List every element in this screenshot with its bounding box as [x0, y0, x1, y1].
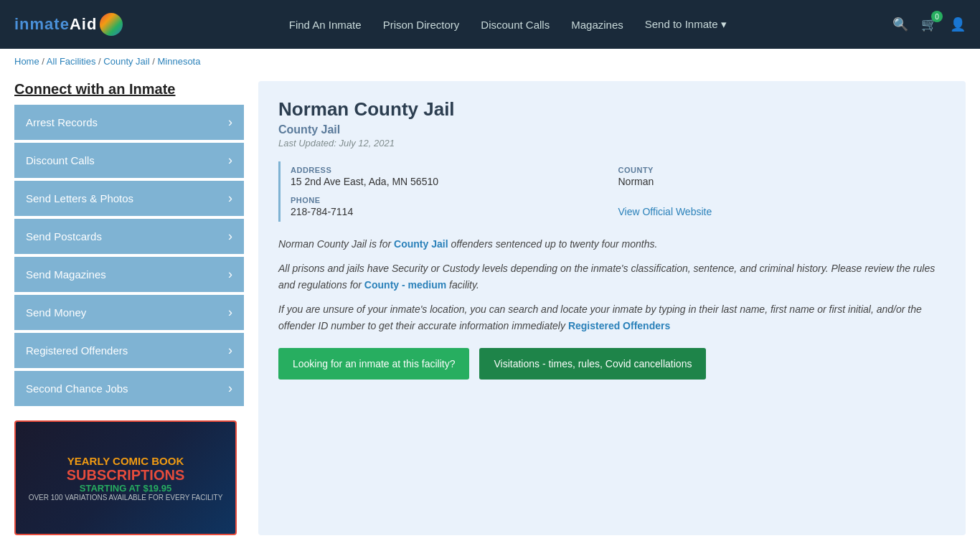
sidebar: Connect with an Inmate Arrest Records › … — [14, 81, 244, 535]
nav-magazines[interactable]: Magazines — [571, 19, 623, 31]
header-actions: 🔍 🛒 0 👤 — [892, 17, 966, 32]
visitations-button[interactable]: Visitations - times, rules, Covid cancel… — [479, 348, 706, 380]
website-cell: View Official Website — [618, 192, 946, 222]
facility-name: Norman County Jail — [278, 98, 946, 121]
sidebar-item-send-money[interactable]: Send Money › — [14, 295, 244, 330]
breadcrumb-all-facilities[interactable]: All Facilities — [47, 56, 96, 67]
search-icon[interactable]: 🔍 — [892, 17, 908, 32]
sidebar-item-label: Arrest Records — [26, 116, 98, 128]
nav-find-inmate[interactable]: Find An Inmate — [289, 19, 362, 31]
ad-note: OVER 100 VARIATIONS AVAILABLE FOR EVERY … — [29, 494, 223, 501]
ad-price: STARTING AT $19.95 — [80, 483, 171, 494]
ad-title-line1: YEARLY COMIC BOOK — [67, 455, 184, 467]
phone-label: PHONE — [291, 196, 618, 204]
sidebar-item-second-chance-jobs[interactable]: Second Chance Jobs › — [14, 371, 244, 406]
website-spacer — [618, 196, 946, 204]
sidebar-item-send-magazines[interactable]: Send Magazines › — [14, 257, 244, 292]
sidebar-item-send-postcards[interactable]: Send Postcards › — [14, 219, 244, 254]
nav-discount-calls[interactable]: Discount Calls — [481, 19, 550, 31]
description-para-3: If you are unsure of your inmate's locat… — [278, 301, 946, 334]
sidebar-item-label: Registered Offenders — [26, 344, 128, 357]
logo-icon — [100, 13, 123, 36]
cart-badge: 0 — [931, 11, 943, 22]
view-official-website-link[interactable]: View Official Website — [618, 206, 712, 217]
phone-cell: PHONE 218-784-7114 — [291, 192, 618, 222]
sidebar-item-discount-calls[interactable]: Discount Calls › — [14, 143, 244, 178]
description-para-2: All prisons and jails have Security or C… — [278, 260, 946, 293]
phone-value: 218-784-7114 — [291, 206, 618, 217]
chevron-right-icon: › — [228, 305, 232, 320]
chevron-right-icon: › — [228, 191, 232, 206]
sidebar-item-label: Send Money — [26, 306, 86, 319]
sidebar-menu: Arrest Records › Discount Calls › Send L… — [14, 105, 244, 406]
looking-for-inmate-button[interactable]: Looking for an inmate at this facility? — [278, 348, 469, 380]
user-icon[interactable]: 👤 — [950, 17, 966, 32]
county-cell: COUNTY Norman — [618, 161, 946, 192]
sidebar-item-label: Send Letters & Photos — [26, 192, 133, 204]
breadcrumb-minnesota[interactable]: Minnesota — [157, 56, 200, 67]
sidebar-item-arrest-records[interactable]: Arrest Records › — [14, 105, 244, 140]
logo-text: inmateAid — [14, 15, 97, 34]
facility-type: County Jail — [278, 123, 946, 136]
county-label: COUNTY — [618, 166, 946, 174]
registered-offenders-link[interactable]: Registered Offenders — [568, 320, 670, 331]
cart-icon[interactable]: 🛒 0 — [921, 17, 937, 32]
breadcrumb: Home / All Facilities / County Jail / Mi… — [0, 49, 980, 74]
address-value: 15 2nd Ave East, Ada, MN 56510 — [291, 176, 618, 187]
facility-description: Norman County Jail is for County Jail of… — [278, 236, 946, 334]
sidebar-item-registered-offenders[interactable]: Registered Offenders › — [14, 333, 244, 368]
nav-send-to-inmate[interactable]: Send to Inmate ▾ — [645, 18, 727, 31]
county-jail-link-1[interactable]: County Jail — [394, 238, 448, 250]
action-buttons: Looking for an inmate at this facility? … — [278, 348, 946, 380]
breadcrumb-county-jail[interactable]: County Jail — [103, 56, 149, 67]
chevron-right-icon: › — [228, 115, 232, 130]
address-cell: ADDRESS 15 2nd Ave East, Ada, MN 56510 — [291, 161, 618, 192]
county-value: Norman — [618, 176, 946, 187]
chevron-right-icon: › — [228, 229, 232, 244]
county-medium-link[interactable]: County - medium — [364, 279, 446, 291]
main-header: inmateAid Find An Inmate Prison Director… — [0, 0, 980, 49]
breadcrumb-home[interactable]: Home — [14, 56, 39, 67]
chevron-right-icon: › — [228, 153, 232, 168]
sidebar-item-label: Discount Calls — [26, 154, 95, 166]
chevron-right-icon: › — [228, 343, 232, 358]
facility-updated: Last Updated: July 12, 2021 — [278, 138, 946, 149]
chevron-right-icon: › — [228, 381, 232, 396]
facility-detail: Norman County Jail County Jail Last Upda… — [258, 81, 966, 535]
address-label: ADDRESS — [291, 166, 618, 174]
sidebar-item-label: Send Postcards — [26, 230, 102, 242]
logo[interactable]: inmateAid — [14, 13, 123, 36]
sidebar-title: Connect with an Inmate — [14, 81, 244, 98]
main-nav: Find An Inmate Prison Directory Discount… — [123, 18, 892, 31]
main-content: Connect with an Inmate Arrest Records › … — [0, 74, 980, 550]
sidebar-item-label: Second Chance Jobs — [26, 382, 128, 395]
chevron-right-icon: › — [228, 267, 232, 282]
nav-prison-directory[interactable]: Prison Directory — [383, 19, 460, 31]
facility-info-grid: ADDRESS 15 2nd Ave East, Ada, MN 56510 C… — [278, 161, 946, 222]
sidebar-item-send-letters[interactable]: Send Letters & Photos › — [14, 181, 244, 216]
description-para-1: Norman County Jail is for County Jail of… — [278, 236, 946, 252]
ad-title-line2: SUBSCRIPTIONS — [67, 467, 184, 483]
sidebar-item-label: Send Magazines — [26, 268, 106, 281]
sidebar-ad[interactable]: YEARLY COMIC BOOK SUBSCRIPTIONS STARTING… — [14, 420, 237, 535]
